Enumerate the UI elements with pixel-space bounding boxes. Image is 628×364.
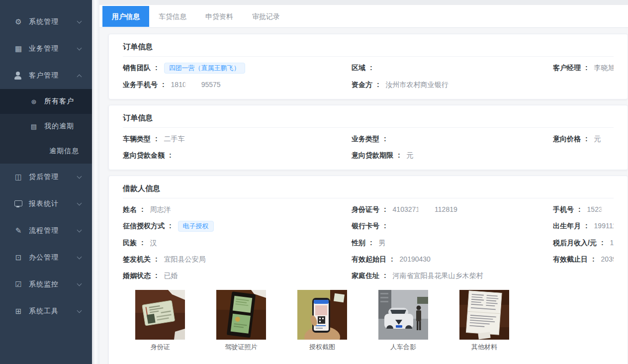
colon: : — [370, 64, 372, 72]
field-value: 20190430 — [400, 255, 431, 263]
sidebar-item-label: 我的逾期 — [44, 122, 74, 131]
field-label: 车辆类型 — [123, 135, 151, 143]
sidebar-item-label: 所有客户 — [44, 97, 74, 106]
redaction-box — [420, 205, 435, 213]
chevron-down-icon — [77, 308, 82, 313]
tab-user-info[interactable]: 用户信息 — [102, 6, 149, 27]
photo-person-with-car[interactable]: 人车合影 — [378, 290, 428, 351]
top-strip — [99, 0, 628, 5]
sidebar-item-all-customers[interactable]: ⊛ 所有客户 — [0, 89, 92, 114]
field-home-address: 家庭住址: 河南省宜阳县花果山乡木柴村 — [352, 271, 553, 281]
sidebar-item-customer-management[interactable]: 客户管理 — [0, 62, 92, 89]
sidebar-item-report-statistics[interactable]: 报表统计 — [0, 190, 92, 217]
colon: : — [162, 81, 165, 89]
chevron-down-icon — [77, 201, 82, 206]
photo-driver-license[interactable]: 驾驶证照片 — [216, 290, 266, 351]
divider — [123, 127, 614, 128]
field-label: 区域 — [352, 64, 365, 72]
field-valid-to: 有效截止日: 20390430 — [553, 254, 614, 265]
field-label: 性别 — [352, 239, 365, 247]
sales-team-tag[interactable]: 四团一营（直属王鹏飞） — [164, 63, 245, 74]
field-label: 民族 — [123, 239, 137, 247]
field-label: 客户经理 — [553, 64, 581, 72]
tab-approval-records[interactable]: 审批记录 — [243, 6, 289, 27]
field-value: 元 — [407, 151, 414, 159]
colon: : — [370, 239, 372, 247]
driver-license-photo — [216, 290, 266, 340]
field-value: 4103271112819 — [393, 205, 457, 213]
field-label: 身份证号 — [352, 205, 379, 213]
card-title: 借款人信息 — [123, 183, 614, 194]
field-value: 10000 — [610, 239, 614, 247]
field-value: 元 — [594, 135, 601, 143]
field-label: 家庭住址 — [352, 272, 379, 279]
sidebar-item-business-management[interactable]: ▦ 业务管理 — [0, 35, 92, 62]
redaction-box — [603, 205, 614, 213]
photo-caption: 人车合影 — [378, 343, 428, 351]
chevron-down-icon — [77, 228, 82, 233]
field-monthly-income: 税后月收入/元: 10000 — [553, 238, 614, 248]
field-issuing-authority: 签发机关: 宜阳县公安局 — [123, 254, 352, 265]
field-id-number: 身份证号: 4103271112819 — [352, 204, 553, 215]
field-business-type: 业务类型: — [352, 134, 553, 144]
field-value: 15236137 — [587, 205, 614, 213]
sidebar-scrollbar[interactable] — [92, 0, 99, 364]
sidebar-item-process-management[interactable]: ✎ 流程管理 — [0, 217, 92, 244]
field-label: 意向价格 — [553, 135, 581, 143]
colon: : — [141, 205, 144, 213]
field-ethnicity: 民族: 汉 — [123, 238, 352, 248]
handwritten-document-photo — [459, 290, 509, 340]
main-content: 用户信息 车贷信息 申贷资料 审批记录 订单信息 销售团队: 四团一营（直属王鹏… — [99, 0, 628, 364]
field-intended-loan-term: 意向贷款期限: 元 — [352, 150, 553, 161]
sidebar-item-system-tools[interactable]: ⊞ 系统工具 — [0, 298, 92, 325]
sidebar-item-label: 流程管理 — [29, 226, 59, 235]
gear-icon: ⚙ — [13, 17, 23, 26]
colon: : — [384, 135, 386, 143]
photo-auth-screenshot[interactable]: 授权截图 — [297, 290, 347, 351]
field-marital-status: 婚姻状态: 已婚 — [123, 271, 352, 281]
field-funder: 资金方: 汝州市农村商业银行 — [352, 80, 553, 90]
field-label: 姓名 — [123, 205, 137, 213]
sidebar-item-system-monitor[interactable]: ☑ 系统监控 — [0, 271, 92, 298]
divider — [123, 198, 614, 198]
sidebar-item-office-management[interactable]: ⊡ 办公管理 — [0, 244, 92, 271]
field-label: 销售团队 — [123, 64, 151, 72]
photo-other-document[interactable]: 其他材料 — [459, 290, 509, 351]
sidebar-item-label: 客户管理 — [29, 71, 59, 80]
field-label: 有效截止日 — [553, 255, 588, 263]
grid-icon: ▦ — [13, 44, 23, 53]
sidebar-item-label: 报表统计 — [29, 199, 59, 208]
sidebar-item-system-management[interactable]: ⚙ 系统管理 — [0, 8, 92, 35]
field-value: 李晓旭 — [594, 64, 614, 72]
sidebar-item-post-loan-management[interactable]: ◫ 贷后管理 — [0, 164, 92, 190]
tab-loan-application-docs[interactable]: 申贷资料 — [196, 6, 243, 27]
colon: : — [141, 239, 144, 247]
field-valid-from: 有效起始日: 20190430 — [352, 254, 553, 265]
sidebar-item-my-overdue[interactable]: ▤ 我的逾期 — [0, 114, 92, 139]
field-label: 婚姻状态 — [123, 272, 151, 279]
field-label: 手机号 — [553, 205, 574, 213]
photo-id-card[interactable]: 身份证 — [135, 290, 185, 351]
field-account-manager: 客户经理: 李晓旭 — [553, 63, 614, 74]
tab-car-loan-info[interactable]: 车贷信息 — [149, 6, 196, 27]
sidebar-item-label: 系统工具 — [29, 307, 59, 316]
field-value: 男 — [379, 239, 386, 247]
colon: : — [585, 64, 588, 72]
field-vehicle-type: 车辆类型: 二手车 — [123, 134, 352, 144]
sidebar-item-overdue-info[interactable]: 逾期信息 — [0, 139, 92, 164]
field-label: 出生年月 — [553, 222, 581, 230]
photo-caption: 身份证 — [135, 343, 185, 351]
chevron-down-icon — [77, 255, 82, 260]
field-label: 资金方 — [352, 81, 372, 89]
field-region: 区域: — [352, 63, 553, 74]
chevron-up-icon — [77, 74, 82, 79]
circle-asterisk-icon: ⊛ — [29, 98, 39, 105]
field-name: 姓名: 周志洋 — [123, 204, 352, 215]
book-icon: ◫ — [13, 173, 23, 182]
card-title: 订单信息 — [123, 112, 614, 123]
colon: : — [391, 255, 393, 263]
colon: : — [592, 255, 595, 263]
field-label: 有效起始日 — [352, 255, 386, 263]
chevron-down-icon — [77, 19, 82, 24]
sidebar-submenu-customer: ⊛ 所有客户 ▤ 我的逾期 逾期信息 — [0, 89, 92, 164]
